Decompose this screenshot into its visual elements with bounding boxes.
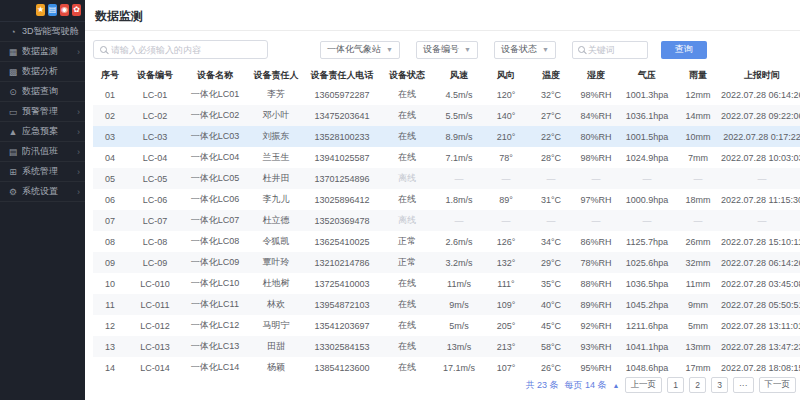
table-row[interactable]: 05LC-05一体化LC05杜井田13701254896离线——————— — [93, 168, 800, 189]
toolbar: 一体化气象站▼设备编号▼设备状态▼ 查询 — [85, 31, 800, 64]
sidebar-item-emergency-plan[interactable]: ▲应急预案› — [0, 122, 85, 142]
table-row[interactable]: 12LC-012一体化LC12马明宁13541203697在线5m/s205°4… — [93, 315, 800, 336]
table-row[interactable]: 06LC-06一体化LC06李九儿13025896412在线1.8m/s89°3… — [93, 189, 800, 210]
column-header: 设备状态 — [379, 66, 435, 84]
cell-10: 1000.9hpa — [619, 189, 675, 210]
next-page-button[interactable]: 下一页 — [759, 377, 797, 393]
keyword-search-box[interactable] — [572, 41, 648, 59]
table-row[interactable]: 02LC-02一体化LC02邓小叶13475203641在线5.5m/s140°… — [93, 105, 800, 126]
cell-0: 14 — [93, 357, 127, 378]
cell-11: 12mm — [675, 84, 721, 105]
keyword-search-icon — [578, 46, 585, 53]
column-header: 风速 — [435, 66, 483, 84]
content-search-box[interactable] — [93, 40, 268, 59]
cell-1: LC-03 — [127, 126, 183, 147]
filter-device-status[interactable]: 设备状态▼ — [494, 41, 556, 59]
table-row[interactable]: 08LC-08一体化LC08令狐凯13625410025正常2.6m/s126°… — [93, 231, 800, 252]
cell-10: 1045.2hpa — [619, 294, 675, 315]
cell-4: 13941025587 — [305, 147, 379, 168]
table-row[interactable]: 09LC-09一体化LC09覃叶玲13210214786正常3.2m/s132°… — [93, 252, 800, 273]
cell-9: 97%RH — [573, 189, 619, 210]
search-icon: ⊙ — [7, 87, 19, 97]
cell-9: 98%RH — [573, 147, 619, 168]
per-page-select[interactable]: 每页 14 条 — [565, 379, 607, 392]
table-row[interactable]: 01LC-01一体化LC01李芳13605972287在线4.5m/s120°3… — [93, 84, 800, 105]
cell-10: 1048.6hpa — [619, 357, 675, 378]
cell-5: 在线 — [379, 315, 435, 336]
cell-9: 92%RH — [573, 315, 619, 336]
cell-3: 林欢 — [247, 294, 305, 315]
cell-5: 离线 — [379, 168, 435, 189]
sidebar-item-3d-cockpit[interactable]: ◔3D智能驾驶舱 — [0, 22, 85, 42]
sidebar-item-data-monitor[interactable]: ▦数据监测› — [0, 42, 85, 62]
table-row[interactable]: 13LC-013一体化LC13田甜13302584153在线13m/s213°5… — [93, 336, 800, 357]
query-button[interactable]: 查询 — [661, 41, 707, 59]
cell-0: 09 — [93, 252, 127, 273]
sidebar-item-data-analysis[interactable]: ▩数据分析 — [0, 62, 85, 82]
cell-10: 1211.6hpa — [619, 315, 675, 336]
cell-4: 13854123600 — [305, 357, 379, 378]
cell-9: — — [573, 168, 619, 189]
cell-7: 120° — [483, 84, 529, 105]
cell-6: 5.5m/s — [435, 105, 483, 126]
cell-7: 213° — [483, 336, 529, 357]
table-row[interactable]: 03LC-03一体化LC03刘振东13528100233在线8.9m/s210°… — [93, 126, 800, 147]
sidebar-item-label: 防汛值班 — [22, 145, 75, 158]
file-tile-icon[interactable]: ▤ — [48, 4, 57, 16]
cell-7: — — [483, 210, 529, 231]
filter-station-type[interactable]: 一体化气象站▼ — [320, 41, 400, 59]
table-row[interactable]: 14LC-014一体化LC14杨颖13854123600在线17.1m/s107… — [93, 357, 800, 378]
cell-7: 210° — [483, 126, 529, 147]
cell-0: 03 — [93, 126, 127, 147]
cell-11: — — [675, 210, 721, 231]
cell-7: — — [483, 168, 529, 189]
cell-4: 13605972287 — [305, 84, 379, 105]
document-icon: ▤ — [7, 147, 19, 157]
chart-icon: ▩ — [7, 67, 19, 77]
cell-5: 在线 — [379, 126, 435, 147]
keyword-input[interactable] — [588, 45, 642, 55]
table-row[interactable]: 10LC-010一体化LC10杜地树13725410003在线11m/s111°… — [93, 273, 800, 294]
cell-5: 在线 — [379, 294, 435, 315]
prev-page-button[interactable]: 上一页 — [625, 377, 663, 393]
chevron-right-icon: › — [77, 187, 80, 197]
cell-5: 正常 — [379, 231, 435, 252]
cell-0: 08 — [93, 231, 127, 252]
database-icon: ▦ — [7, 47, 19, 57]
cell-1: LC-04 — [127, 147, 183, 168]
cell-6: 9m/s — [435, 294, 483, 315]
star-tile-icon[interactable]: ★ — [36, 4, 45, 16]
cell-6: 5m/s — [435, 315, 483, 336]
chevron-right-icon: › — [77, 107, 80, 117]
cell-10: — — [619, 168, 675, 189]
page-button-2[interactable]: 2 — [689, 377, 706, 393]
table-row[interactable]: 11LC-011一体化LC11林欢13954872103在线9m/s109°40… — [93, 294, 800, 315]
page-ellipsis[interactable]: ··· — [733, 377, 754, 393]
cell-6: 11m/s — [435, 273, 483, 294]
sidebar-item-data-query[interactable]: ⊙数据查询 — [0, 82, 85, 102]
cell-1: LC-02 — [127, 105, 183, 126]
cell-12: 2022.07.28 13:47:23 — [721, 336, 800, 357]
sidebar-item-alert-manage[interactable]: ▭预警管理› — [0, 102, 85, 122]
sidebar-item-system-settings[interactable]: ⚙系统设置› — [0, 182, 85, 202]
cell-3: 李九儿 — [247, 189, 305, 210]
content-search-input[interactable] — [111, 45, 261, 55]
cell-12: 2022.07.28 03:45:08 — [721, 273, 800, 294]
gear-icon: ⚙ — [7, 187, 19, 197]
gear-tile-icon[interactable]: ✿ — [72, 4, 81, 16]
page-button-1[interactable]: 1 — [667, 377, 684, 393]
sidebar: ★▤◉✿ ◔3D智能驾驶舱▦数据监测›▩数据分析⊙数据查询▭预警管理›▲应急预案… — [0, 0, 85, 400]
cell-9: 88%RH — [573, 273, 619, 294]
cell-2: 一体化LC01 — [183, 84, 247, 105]
filter-device-no[interactable]: 设备编号▼ — [416, 41, 478, 59]
lock-tile-icon[interactable]: ◉ — [60, 4, 69, 16]
page-button-3[interactable]: 3 — [711, 377, 728, 393]
table-row[interactable]: 07LC-07一体化LC07杜立德13520369478离线——————— — [93, 210, 800, 231]
cell-10: 1036.5hpa — [619, 273, 675, 294]
sidebar-item-label: 系统设置 — [22, 185, 75, 198]
cell-12: — — [721, 168, 800, 189]
cell-4: 13701254896 — [305, 168, 379, 189]
sidebar-item-system-manage[interactable]: ⊞系统管理› — [0, 162, 85, 182]
table-row[interactable]: 04LC-04一体化LC04兰玉生13941025587在线7.1m/s78°2… — [93, 147, 800, 168]
sidebar-item-flood-duty[interactable]: ▤防汛值班› — [0, 142, 85, 162]
